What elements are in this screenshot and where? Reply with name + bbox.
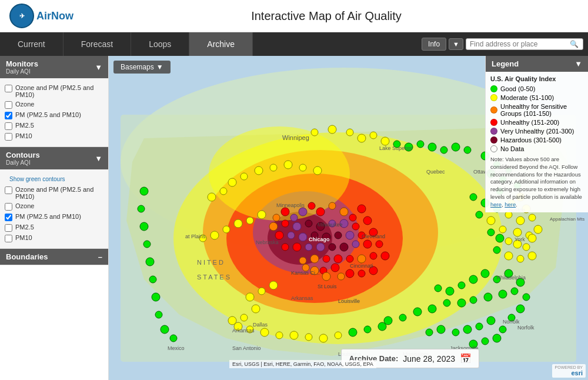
dropdown-arrow[interactable]: ▼ xyxy=(449,38,463,50)
svg-point-127 xyxy=(270,164,277,171)
svg-point-52 xyxy=(470,296,477,304)
svg-point-63 xyxy=(476,323,483,330)
svg-point-122 xyxy=(358,270,365,277)
contour-pm25-checkbox[interactable] xyxy=(5,224,12,232)
logo-icon: ✈ xyxy=(19,12,25,20)
contour-ozone-pm[interactable]: Ozone and PM (PM2.5 and PM10) xyxy=(5,186,103,200)
map-area[interactable]: Winnipeg Minneapolis Milwaukee Chicago a… xyxy=(109,56,588,380)
svg-text:Winnipeg: Winnipeg xyxy=(282,134,309,141)
svg-point-32 xyxy=(523,244,530,251)
contour-ozone[interactable]: Ozone xyxy=(5,202,103,211)
svg-text:Mexico: Mexico xyxy=(168,345,185,351)
svg-point-133 xyxy=(220,188,227,195)
legend-link-1[interactable]: here xyxy=(490,201,502,208)
svg-point-74 xyxy=(340,208,348,216)
contour-pm10-checkbox[interactable] xyxy=(5,235,12,242)
svg-point-94 xyxy=(335,232,342,239)
svg-text:Norfolk: Norfolk xyxy=(503,319,520,325)
svg-point-177 xyxy=(428,143,436,151)
svg-point-151 xyxy=(290,331,298,339)
svg-point-36 xyxy=(487,229,495,236)
legend-aqi-title: U.S. Air Quality Index xyxy=(490,75,583,82)
legend-label-moderate: Moderate (51-100) xyxy=(500,94,554,101)
info-button[interactable]: Info xyxy=(422,38,446,51)
contours-collapse-icon[interactable]: ▼ xyxy=(95,154,102,163)
contour-pm-checkbox[interactable] xyxy=(5,214,12,221)
contour-pm10[interactable]: PM10 xyxy=(5,234,103,242)
svg-text:Milwaukee: Milwaukee xyxy=(318,222,343,228)
svg-point-37 xyxy=(528,252,536,260)
svg-point-132 xyxy=(228,178,236,186)
monitor-pm10-checkbox[interactable] xyxy=(5,133,12,141)
svg-point-169 xyxy=(328,125,336,134)
contours-header[interactable]: Contours Daily AQI ▼ xyxy=(0,147,108,169)
contour-pm25[interactable]: PM2.5 xyxy=(5,224,103,232)
svg-point-68 xyxy=(499,326,506,333)
tab-loops[interactable]: Loops xyxy=(131,32,189,56)
svg-point-144 xyxy=(252,305,260,313)
contour-ozone-checkbox[interactable] xyxy=(5,203,12,211)
monitor-ozone-checkbox[interactable] xyxy=(5,101,12,109)
legend-link-2[interactable]: here xyxy=(505,201,516,208)
contour-ozone-pm-checkbox[interactable] xyxy=(5,186,12,194)
basemaps-arrow-icon: ▼ xyxy=(156,63,163,71)
svg-point-108 xyxy=(282,244,289,251)
svg-point-44 xyxy=(469,275,477,284)
svg-point-180 xyxy=(464,146,471,154)
svg-point-172 xyxy=(370,132,377,139)
legend-label-hazardous: Hazardous (301-500) xyxy=(500,136,562,144)
monitor-pm25[interactable]: PM2.5 xyxy=(5,122,103,130)
svg-point-178 xyxy=(440,146,447,154)
svg-point-19 xyxy=(529,214,536,221)
monitors-header[interactable]: Monitors Daily AQI ▼ xyxy=(0,56,108,78)
svg-point-125 xyxy=(322,272,330,281)
contours-content: Show green contours Ozone and PM (PM2.5 … xyxy=(0,169,108,248)
legend-item-sensitive: Unhealthy for Sensitive Groups (101-150) xyxy=(490,103,583,117)
map-attribution: Esri, USGS | Esri, HERE, Garmin, FAO, NO… xyxy=(229,360,376,368)
legend-panel: Legend ▼ U.S. Air Quality Index Good (0-… xyxy=(485,56,588,212)
esri-attribution: POWERED BY esri xyxy=(552,364,586,378)
svg-point-165 xyxy=(155,311,162,318)
svg-point-111 xyxy=(358,255,366,263)
monitor-pm[interactable]: PM (PM2.5 and PM10) xyxy=(5,111,103,119)
monitor-pm-checkbox[interactable] xyxy=(5,112,12,119)
svg-point-80 xyxy=(281,208,289,216)
monitor-pm10[interactable]: PM10 xyxy=(5,132,103,141)
svg-point-49 xyxy=(511,288,518,295)
contour-pm[interactable]: PM (PM2.5 and PM10) xyxy=(5,213,103,221)
basemaps-button[interactable]: Basemaps ▼ xyxy=(113,61,171,74)
svg-point-60 xyxy=(516,305,524,313)
svg-point-56 xyxy=(413,308,422,316)
svg-point-158 xyxy=(140,187,148,195)
svg-point-75 xyxy=(329,202,336,209)
logo-area: ✈ AirNow xyxy=(9,4,74,28)
tab-archive[interactable]: Archive xyxy=(189,32,253,56)
svg-point-104 xyxy=(329,244,336,251)
calendar-icon[interactable]: 📅 xyxy=(460,353,472,364)
monitors-collapse-icon[interactable]: ▼ xyxy=(95,63,102,72)
legend-label-very-unhealthy: Very Unhealthy (201-300) xyxy=(500,128,574,135)
svg-point-142 xyxy=(258,288,265,295)
page-title: Interactive Map of Air Quality xyxy=(74,9,579,23)
monitor-ozone-pm[interactable]: Ozone and PM (PM2.5 and PM10) xyxy=(5,84,103,98)
svg-point-88 xyxy=(293,222,301,231)
monitor-ozone[interactable]: Ozone xyxy=(5,101,103,109)
left-panel: Monitors Daily AQI ▼ Ozone and PM (PM2.5… xyxy=(0,56,109,380)
monitor-pm25-checkbox[interactable] xyxy=(5,122,12,130)
boundaries-collapse-icon[interactable]: – xyxy=(98,252,102,261)
svg-point-87 xyxy=(305,220,312,227)
legend-header[interactable]: Legend ▼ xyxy=(486,56,588,72)
svg-text:Arkansas: Arkansas xyxy=(232,328,255,334)
show-green-contours-link[interactable]: Show green contours xyxy=(5,175,70,184)
svg-point-117 xyxy=(331,264,339,272)
legend-collapse-icon[interactable]: ▼ xyxy=(574,59,582,68)
monitor-ozone-pm-checkbox[interactable] xyxy=(5,85,12,92)
boundaries-header[interactable]: Boundaries – xyxy=(0,249,108,265)
legend-label-unhealthy: Unhealthy (151-200) xyxy=(500,119,559,126)
tab-current[interactable]: Current xyxy=(0,32,64,56)
search-input[interactable] xyxy=(470,40,570,48)
svg-point-93 xyxy=(346,231,354,239)
tab-forecast[interactable]: Forecast xyxy=(64,32,131,56)
search-icon[interactable]: 🔍 xyxy=(570,40,579,48)
svg-point-25 xyxy=(534,225,542,234)
